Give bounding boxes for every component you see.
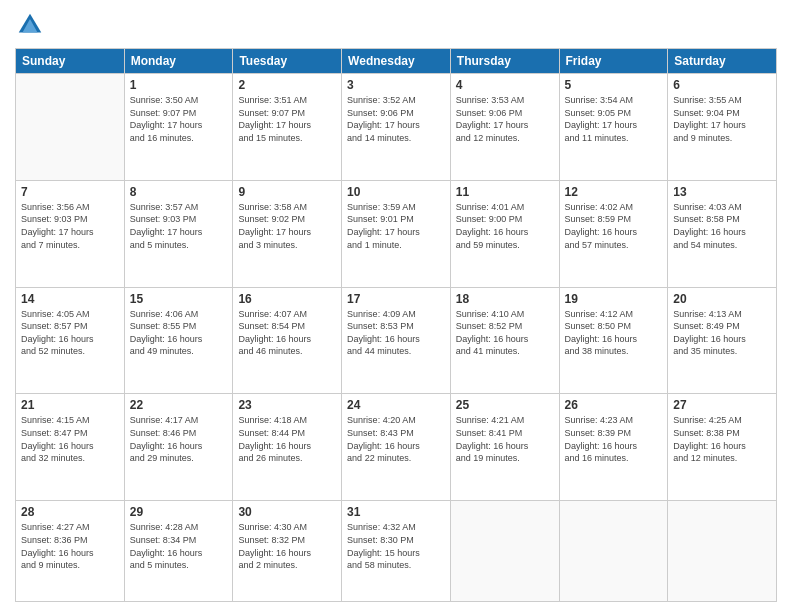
calendar-cell: 5Sunrise: 3:54 AMSunset: 9:05 PMDaylight…: [559, 74, 668, 181]
day-info: Sunrise: 4:17 AMSunset: 8:46 PMDaylight:…: [130, 414, 228, 464]
day-number: 29: [130, 505, 228, 519]
day-number: 21: [21, 398, 119, 412]
weekday-header-tuesday: Tuesday: [233, 49, 342, 74]
day-info: Sunrise: 4:02 AMSunset: 8:59 PMDaylight:…: [565, 201, 663, 251]
day-info: Sunrise: 4:01 AMSunset: 9:00 PMDaylight:…: [456, 201, 554, 251]
calendar-cell: 15Sunrise: 4:06 AMSunset: 8:55 PMDayligh…: [124, 287, 233, 394]
calendar-cell: [16, 74, 125, 181]
day-info: Sunrise: 4:25 AMSunset: 8:38 PMDaylight:…: [673, 414, 771, 464]
weekday-header-sunday: Sunday: [16, 49, 125, 74]
day-number: 15: [130, 292, 228, 306]
day-number: 13: [673, 185, 771, 199]
day-info: Sunrise: 3:50 AMSunset: 9:07 PMDaylight:…: [130, 94, 228, 144]
calendar-cell: 29Sunrise: 4:28 AMSunset: 8:34 PMDayligh…: [124, 501, 233, 602]
day-info: Sunrise: 4:07 AMSunset: 8:54 PMDaylight:…: [238, 308, 336, 358]
calendar-cell: 11Sunrise: 4:01 AMSunset: 9:00 PMDayligh…: [450, 180, 559, 287]
weekday-header-friday: Friday: [559, 49, 668, 74]
calendar-cell: 1Sunrise: 3:50 AMSunset: 9:07 PMDaylight…: [124, 74, 233, 181]
weekday-header-wednesday: Wednesday: [342, 49, 451, 74]
calendar-cell: [668, 501, 777, 602]
day-info: Sunrise: 3:51 AMSunset: 9:07 PMDaylight:…: [238, 94, 336, 144]
day-info: Sunrise: 4:18 AMSunset: 8:44 PMDaylight:…: [238, 414, 336, 464]
day-info: Sunrise: 3:59 AMSunset: 9:01 PMDaylight:…: [347, 201, 445, 251]
day-info: Sunrise: 4:05 AMSunset: 8:57 PMDaylight:…: [21, 308, 119, 358]
calendar-cell: 24Sunrise: 4:20 AMSunset: 8:43 PMDayligh…: [342, 394, 451, 501]
day-number: 4: [456, 78, 554, 92]
calendar-cell: 27Sunrise: 4:25 AMSunset: 8:38 PMDayligh…: [668, 394, 777, 501]
day-number: 1: [130, 78, 228, 92]
calendar-cell: 25Sunrise: 4:21 AMSunset: 8:41 PMDayligh…: [450, 394, 559, 501]
day-info: Sunrise: 4:09 AMSunset: 8:53 PMDaylight:…: [347, 308, 445, 358]
calendar-cell: 28Sunrise: 4:27 AMSunset: 8:36 PMDayligh…: [16, 501, 125, 602]
day-info: Sunrise: 4:28 AMSunset: 8:34 PMDaylight:…: [130, 521, 228, 571]
calendar-cell: 26Sunrise: 4:23 AMSunset: 8:39 PMDayligh…: [559, 394, 668, 501]
day-number: 3: [347, 78, 445, 92]
day-info: Sunrise: 4:06 AMSunset: 8:55 PMDaylight:…: [130, 308, 228, 358]
day-number: 24: [347, 398, 445, 412]
weekday-header-thursday: Thursday: [450, 49, 559, 74]
day-info: Sunrise: 3:58 AMSunset: 9:02 PMDaylight:…: [238, 201, 336, 251]
day-number: 31: [347, 505, 445, 519]
day-number: 10: [347, 185, 445, 199]
day-number: 6: [673, 78, 771, 92]
calendar-cell: 7Sunrise: 3:56 AMSunset: 9:03 PMDaylight…: [16, 180, 125, 287]
day-number: 22: [130, 398, 228, 412]
weekday-header-saturday: Saturday: [668, 49, 777, 74]
calendar-cell: [450, 501, 559, 602]
day-number: 5: [565, 78, 663, 92]
calendar-cell: [559, 501, 668, 602]
day-number: 26: [565, 398, 663, 412]
day-info: Sunrise: 4:30 AMSunset: 8:32 PMDaylight:…: [238, 521, 336, 571]
weekday-header-row: SundayMondayTuesdayWednesdayThursdayFrid…: [16, 49, 777, 74]
day-number: 8: [130, 185, 228, 199]
calendar-cell: 12Sunrise: 4:02 AMSunset: 8:59 PMDayligh…: [559, 180, 668, 287]
calendar-cell: 23Sunrise: 4:18 AMSunset: 8:44 PMDayligh…: [233, 394, 342, 501]
day-info: Sunrise: 4:23 AMSunset: 8:39 PMDaylight:…: [565, 414, 663, 464]
calendar-cell: 2Sunrise: 3:51 AMSunset: 9:07 PMDaylight…: [233, 74, 342, 181]
day-number: 11: [456, 185, 554, 199]
calendar-table: SundayMondayTuesdayWednesdayThursdayFrid…: [15, 48, 777, 602]
day-number: 18: [456, 292, 554, 306]
day-number: 12: [565, 185, 663, 199]
day-info: Sunrise: 4:10 AMSunset: 8:52 PMDaylight:…: [456, 308, 554, 358]
day-number: 14: [21, 292, 119, 306]
calendar-cell: 17Sunrise: 4:09 AMSunset: 8:53 PMDayligh…: [342, 287, 451, 394]
calendar-cell: 16Sunrise: 4:07 AMSunset: 8:54 PMDayligh…: [233, 287, 342, 394]
calendar-cell: 20Sunrise: 4:13 AMSunset: 8:49 PMDayligh…: [668, 287, 777, 394]
calendar-cell: 8Sunrise: 3:57 AMSunset: 9:03 PMDaylight…: [124, 180, 233, 287]
day-number: 20: [673, 292, 771, 306]
week-row-3: 21Sunrise: 4:15 AMSunset: 8:47 PMDayligh…: [16, 394, 777, 501]
calendar-cell: 22Sunrise: 4:17 AMSunset: 8:46 PMDayligh…: [124, 394, 233, 501]
day-info: Sunrise: 4:13 AMSunset: 8:49 PMDaylight:…: [673, 308, 771, 358]
week-row-2: 14Sunrise: 4:05 AMSunset: 8:57 PMDayligh…: [16, 287, 777, 394]
calendar-cell: 10Sunrise: 3:59 AMSunset: 9:01 PMDayligh…: [342, 180, 451, 287]
day-info: Sunrise: 3:54 AMSunset: 9:05 PMDaylight:…: [565, 94, 663, 144]
day-number: 23: [238, 398, 336, 412]
page: SundayMondayTuesdayWednesdayThursdayFrid…: [0, 0, 792, 612]
header: [15, 10, 777, 40]
logo: [15, 10, 49, 40]
day-info: Sunrise: 3:52 AMSunset: 9:06 PMDaylight:…: [347, 94, 445, 144]
day-number: 17: [347, 292, 445, 306]
calendar-cell: 13Sunrise: 4:03 AMSunset: 8:58 PMDayligh…: [668, 180, 777, 287]
week-row-1: 7Sunrise: 3:56 AMSunset: 9:03 PMDaylight…: [16, 180, 777, 287]
calendar-cell: 18Sunrise: 4:10 AMSunset: 8:52 PMDayligh…: [450, 287, 559, 394]
week-row-0: 1Sunrise: 3:50 AMSunset: 9:07 PMDaylight…: [16, 74, 777, 181]
calendar-cell: 21Sunrise: 4:15 AMSunset: 8:47 PMDayligh…: [16, 394, 125, 501]
day-info: Sunrise: 4:32 AMSunset: 8:30 PMDaylight:…: [347, 521, 445, 571]
logo-icon: [15, 10, 45, 40]
day-info: Sunrise: 4:21 AMSunset: 8:41 PMDaylight:…: [456, 414, 554, 464]
calendar-cell: 3Sunrise: 3:52 AMSunset: 9:06 PMDaylight…: [342, 74, 451, 181]
day-number: 19: [565, 292, 663, 306]
day-number: 16: [238, 292, 336, 306]
day-info: Sunrise: 3:55 AMSunset: 9:04 PMDaylight:…: [673, 94, 771, 144]
calendar-cell: 30Sunrise: 4:30 AMSunset: 8:32 PMDayligh…: [233, 501, 342, 602]
calendar-cell: 14Sunrise: 4:05 AMSunset: 8:57 PMDayligh…: [16, 287, 125, 394]
day-info: Sunrise: 4:27 AMSunset: 8:36 PMDaylight:…: [21, 521, 119, 571]
day-number: 30: [238, 505, 336, 519]
calendar-cell: 19Sunrise: 4:12 AMSunset: 8:50 PMDayligh…: [559, 287, 668, 394]
day-info: Sunrise: 4:20 AMSunset: 8:43 PMDaylight:…: [347, 414, 445, 464]
calendar-cell: 31Sunrise: 4:32 AMSunset: 8:30 PMDayligh…: [342, 501, 451, 602]
calendar-cell: 6Sunrise: 3:55 AMSunset: 9:04 PMDaylight…: [668, 74, 777, 181]
day-info: Sunrise: 4:15 AMSunset: 8:47 PMDaylight:…: [21, 414, 119, 464]
